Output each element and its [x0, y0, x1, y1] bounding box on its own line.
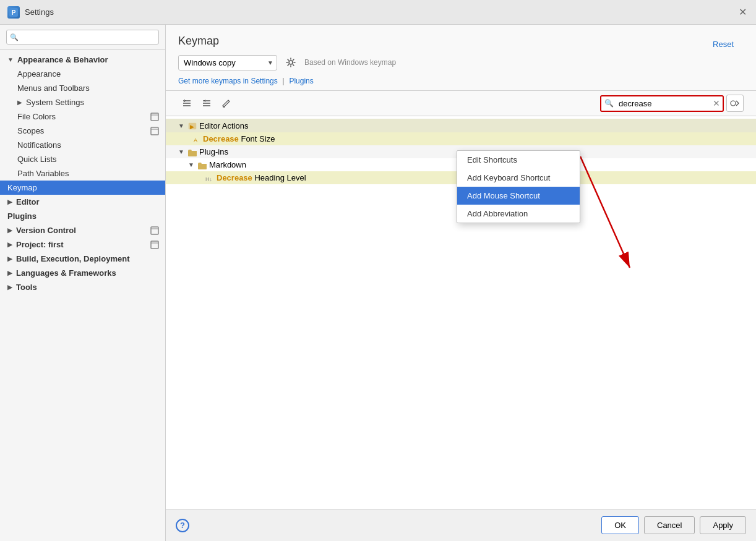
sidebar-item-editor[interactable]: ▶ Editor — [0, 195, 165, 209]
content-header: Keymap Reset Windows copy ▼ Based on Win… — [166, 25, 756, 91]
search-icon: 🔍 — [604, 99, 614, 108]
main-layout: 🔍 ▼ Appearance & Behavior Appearance Men… — [0, 25, 756, 541]
sidebar-item-keymap[interactable]: Keymap — [0, 181, 165, 195]
context-menu-item-add-abbreviation[interactable]: Add Abbreviation — [457, 205, 580, 223]
get-more-row: Get more keymaps in Settings | Plugins — [178, 76, 744, 85]
bottom-left: ? — [176, 519, 189, 532]
sidebar-search-input[interactable] — [6, 30, 159, 45]
svg-text:▶: ▶ — [190, 124, 194, 130]
expand-arrow-icon: ▶ — [7, 255, 12, 262]
plugins-link[interactable]: Plugins — [289, 77, 313, 85]
markdown-folder-icon — [198, 160, 207, 169]
decrease-heading-label: Decrease Heading Level — [217, 173, 306, 182]
page-title: Keymap — [178, 35, 219, 48]
markdown-label: Markdown — [209, 160, 246, 169]
sidebar-item-notifications[interactable]: Notifications — [0, 138, 165, 152]
svg-text:P: P — [12, 9, 16, 16]
sidebar-item-version-control[interactable]: ▶ Version Control — [0, 223, 165, 237]
decrease-font-size-row[interactable]: A Decrease Font Size — [166, 132, 756, 145]
context-menu-item-edit-shortcuts[interactable]: Edit Shortcuts — [457, 151, 580, 169]
apply-button[interactable]: Apply — [700, 516, 746, 534]
sidebar-item-system-settings[interactable]: ▶ System Settings — [0, 95, 165, 109]
heading-icon: A — [193, 134, 200, 143]
search-input[interactable] — [600, 95, 724, 112]
context-menu-item-add-keyboard[interactable]: Add Keyboard Shortcut — [457, 169, 580, 187]
help-button[interactable]: ? — [176, 519, 189, 532]
keymap-select-wrapper: Windows copy ▼ — [178, 55, 277, 70]
file-colors-badge-icon — [150, 113, 159, 121]
plugins-label: Plug-ins — [199, 147, 228, 156]
based-on-text: Based on Windows keymap — [304, 58, 396, 67]
collapse-all-button[interactable] — [198, 95, 215, 112]
sidebar-item-appearance-behavior[interactable]: ▼ Appearance & Behavior — [0, 53, 165, 67]
sidebar-search-icon: 🔍 — [10, 33, 19, 41]
bottom-bar: ? OK Cancel Apply — [166, 509, 756, 541]
sidebar-item-project-first[interactable]: ▶ Project: first — [0, 237, 165, 252]
editor-actions-group[interactable]: ▼ ▶ Editor Actions — [166, 119, 756, 132]
svg-line-19 — [736, 101, 739, 103]
sidebar-item-path-variables[interactable]: Path Variables — [0, 166, 165, 181]
expand-arrow-icon: ▼ — [178, 148, 186, 155]
sidebar-tree: ▼ Appearance & Behavior Appearance Menus… — [0, 50, 165, 297]
cancel-button[interactable]: Cancel — [644, 516, 695, 534]
close-button[interactable]: ✕ — [736, 6, 749, 19]
sidebar-item-build-execution[interactable]: ▶ Build, Execution, Deployment — [0, 252, 165, 266]
action-tree: ▼ ▶ Editor Actions A — [166, 116, 756, 509]
window-title: Settings — [25, 7, 736, 17]
keymap-selector-row: Windows copy ▼ Based on Windows keymap — [178, 54, 744, 71]
sidebar-item-languages-frameworks[interactable]: ▶ Languages & Frameworks — [0, 266, 165, 280]
svg-point-18 — [731, 101, 736, 106]
expand-arrow-icon: ▶ — [7, 241, 12, 248]
get-more-link[interactable]: Get more keymaps in Settings — [178, 77, 278, 85]
svg-point-10 — [289, 61, 293, 64]
project-badge-icon — [150, 241, 159, 249]
app-icon: P — [7, 6, 20, 19]
sidebar-item-scopes[interactable]: Scopes — [0, 124, 165, 138]
ok-button[interactable]: OK — [601, 516, 639, 534]
sidebar-item-appearance[interactable]: Appearance — [0, 67, 165, 81]
expand-arrow-icon: ▶ — [7, 227, 12, 234]
editor-actions-label: Editor Actions — [199, 121, 249, 130]
svg-text:H↓: H↓ — [205, 176, 212, 182]
edit-button[interactable] — [218, 95, 235, 112]
expand-arrow-icon: ▶ — [17, 99, 22, 106]
highlight-decrease2: Decrease — [217, 173, 252, 182]
content-area: ▼ ▶ Editor Actions A — [166, 116, 756, 509]
sidebar-item-menus-toolbars[interactable]: Menus and Toolbars — [0, 81, 165, 95]
scopes-badge-icon — [150, 127, 159, 135]
highlight-decrease: Decrease — [203, 134, 239, 143]
svg-line-20 — [736, 103, 739, 106]
sidebar-item-tools[interactable]: ▶ Tools — [0, 280, 165, 294]
expand-arrow-icon: ▼ — [188, 161, 195, 168]
version-control-badge-icon — [150, 226, 159, 235]
sidebar-item-plugins[interactable]: Plugins — [0, 209, 165, 223]
expand-all-button[interactable] — [178, 95, 195, 112]
search-clear-button[interactable]: ✕ — [713, 98, 720, 108]
expand-arrow-icon: ▶ — [7, 270, 12, 276]
font-size-rest: Font Size — [241, 134, 275, 143]
action-group-icon: ▶ — [188, 121, 197, 130]
svg-rect-4 — [151, 127, 158, 135]
svg-rect-2 — [151, 113, 158, 121]
reset-link[interactable]: Reset — [713, 40, 744, 49]
sidebar-search-bar: 🔍 — [0, 25, 165, 50]
regex-button[interactable] — [726, 95, 744, 112]
bottom-right: OK Cancel Apply — [601, 516, 746, 534]
expand-arrow-icon: ▶ — [7, 284, 12, 291]
svg-text:A: A — [194, 137, 197, 143]
search-right: 🔍 ✕ — [600, 95, 744, 112]
content-panel: Keymap Reset Windows copy ▼ Based on Win… — [166, 25, 756, 541]
plugins-folder-icon — [188, 147, 197, 156]
context-menu-item-add-mouse[interactable]: Add Mouse Shortcut — [457, 187, 580, 205]
separator: | — [282, 76, 284, 85]
context-menu: Edit Shortcuts Add Keyboard Shortcut Add… — [457, 150, 580, 223]
sidebar-item-file-colors[interactable]: File Colors — [0, 109, 165, 124]
keymap-gear-button[interactable] — [282, 54, 299, 71]
decrease-font-size-label: Decrease Font Size — [203, 134, 275, 143]
svg-rect-6 — [151, 227, 158, 234]
sidebar: 🔍 ▼ Appearance & Behavior Appearance Men… — [0, 25, 166, 541]
sidebar-item-quick-lists[interactable]: Quick Lists — [0, 152, 165, 166]
expand-arrow-icon: ▼ — [178, 122, 186, 129]
keymap-select[interactable]: Windows copy — [178, 55, 277, 70]
svg-rect-8 — [151, 241, 158, 249]
